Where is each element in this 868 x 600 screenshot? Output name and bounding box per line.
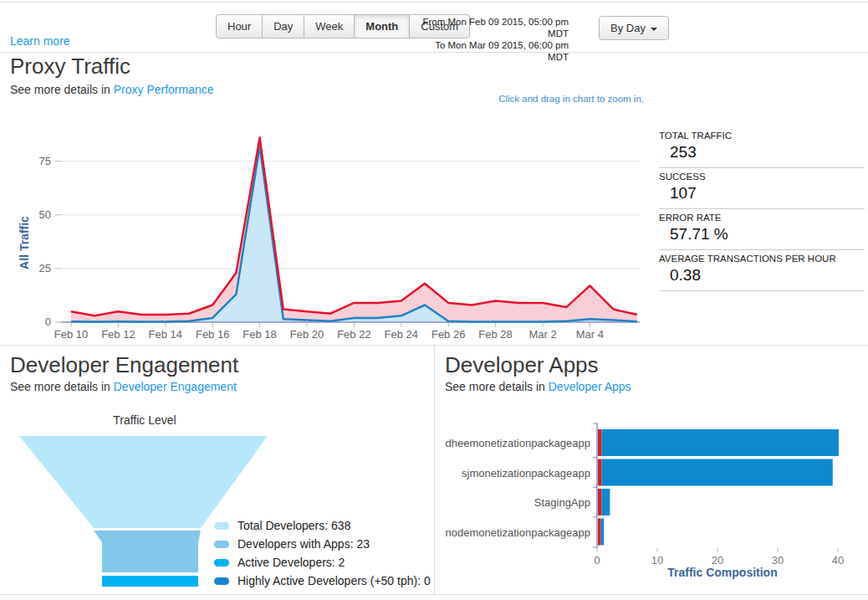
x-axis-title: Traffic Composition — [667, 566, 777, 579]
x-tick-label: Feb 16 — [196, 328, 229, 341]
x-tick-label: 10 — [651, 554, 663, 567]
learn-more-link[interactable]: Learn more — [10, 34, 70, 48]
subtitle-text: See more details in — [445, 380, 549, 393]
legend-label: Total Developers: 638 — [237, 519, 350, 532]
traffic-series-line — [71, 138, 637, 316]
proxy-performance-link[interactable]: Proxy Performance — [114, 83, 214, 96]
funnel-title: Traffic Level — [19, 413, 270, 427]
chart-zoom-hint: Click and drag in chart to zoom in. — [498, 94, 644, 104]
developer-apps-chart[interactable]: 010203040sudheemonetizationpackageappsjm… — [445, 423, 865, 582]
date-range-display: From Mon Feb 09 2015, 05:00 pm MDT To Mo… — [415, 16, 569, 63]
legend-swatch — [214, 522, 229, 530]
legend-swatch — [214, 577, 229, 585]
stat-label: AVERAGE TRANSACTIONS PER HOUR — [659, 254, 865, 264]
x-tick-label: 30 — [772, 554, 784, 567]
bar-category-label: StagingApp — [534, 496, 590, 509]
x-tick-label: Feb 14 — [149, 328, 182, 341]
y-tick-label: 50 — [39, 208, 51, 221]
stat-total-traffic: TOTAL TRAFFIC 253 — [659, 127, 865, 168]
success-series-line — [71, 146, 637, 322]
stat-label: SUCCESS — [659, 172, 865, 182]
legend-item-total-developers: Total Developers: 638 — [214, 516, 431, 535]
subtitle-text: See more details in — [10, 380, 114, 393]
stat-success: SUCCESS 107 — [659, 168, 865, 209]
y-axis-title: All Traffic — [18, 216, 31, 269]
x-tick-label: 40 — [832, 554, 844, 567]
bar-success-segment — [601, 459, 833, 486]
x-tick-label: Mar 2 — [528, 328, 556, 341]
bar-error-segment — [598, 489, 601, 515]
legend-item-developers-with-apps: Developers with Apps: 23 — [214, 535, 431, 553]
range-button-month[interactable]: Month — [354, 14, 410, 38]
legend-label: Active Developers: 2 — [237, 556, 345, 569]
bar-success-segment — [601, 429, 839, 456]
stat-label: TOTAL TRAFFIC — [659, 131, 865, 141]
bar-error-segment — [598, 459, 601, 486]
dashboard-page: Learn more Hour Day Week Month Custom Fr… — [0, 0, 868, 600]
date-from-text: From Mon Feb 09 2015, 05:00 pm MDT — [415, 16, 569, 39]
x-tick-label: Feb 24 — [385, 328, 418, 341]
x-tick-label: Feb 22 — [337, 328, 370, 341]
developer-engagement-subtitle: See more details in Developer Engagement — [10, 380, 237, 393]
developer-apps-title: Developer Apps — [445, 352, 599, 378]
x-tick-label: Feb 10 — [54, 328, 88, 341]
developer-apps-subtitle: See more details in Developer Apps — [445, 380, 631, 393]
toolbar-divider — [0, 52, 868, 53]
bar-category-label: sjmonetizationpackageapp — [462, 467, 590, 479]
funnel-segment-developers-with-apps — [94, 531, 201, 572]
x-tick-label: 20 — [712, 554, 723, 567]
range-button-day[interactable]: Day — [262, 14, 304, 38]
funnel-segment-total-developers — [19, 436, 268, 528]
x-tick-label: Feb 18 — [243, 328, 276, 341]
proxy-traffic-title: Proxy Traffic — [10, 54, 130, 79]
funnel-legend: Total Developers: 638 Developers with Ap… — [214, 516, 431, 590]
group-by-label: By Day — [610, 22, 646, 34]
legend-label: Highly Active Developers (+50 tph): 0 — [237, 574, 431, 587]
proxy-traffic-subtitle: See more details in Proxy Performance — [10, 83, 214, 96]
developer-engagement-title: Developer Engagement — [10, 352, 238, 378]
stat-label: ERROR RATE — [659, 213, 865, 223]
group-by-dropdown[interactable]: By Day — [599, 16, 669, 40]
stat-value: 57.71 % — [659, 225, 865, 244]
caret-down-icon — [651, 28, 657, 31]
legend-item-highly-active-developers: Highly Active Developers (+50 tph): 0 — [214, 572, 431, 590]
stat-value: 0.38 — [659, 266, 865, 285]
legend-label: Developers with Apps: 23 — [237, 537, 370, 551]
x-tick-label: 0 — [594, 554, 600, 567]
top-border — [0, 2, 868, 3]
range-button-hour[interactable]: Hour — [216, 14, 263, 38]
developer-engagement-link[interactable]: Developer Engagement — [114, 380, 237, 393]
legend-item-active-developers: Active Developers: 2 — [214, 553, 431, 572]
traffic-area-fill — [71, 138, 637, 323]
stat-value: 107 — [659, 184, 865, 203]
proxy-traffic-chart[interactable]: 0255075Feb 10Feb 12Feb 14Feb 16Feb 18Feb… — [17, 117, 652, 345]
stat-avg-tph: AVERAGE TRANSACTIONS PER HOUR 0.38 — [659, 250, 865, 291]
stat-value: 253 — [659, 143, 865, 162]
panel-divider — [434, 345, 435, 594]
success-area-fill — [71, 146, 637, 322]
subtitle-text: See more details in — [10, 83, 114, 96]
legend-swatch — [214, 541, 229, 548]
x-tick-label: Feb 28 — [478, 328, 512, 341]
funnel-segment-active-developers — [102, 576, 198, 587]
range-button-week[interactable]: Week — [304, 14, 355, 38]
bar-success-segment — [601, 489, 610, 515]
x-tick-label: Feb 20 — [290, 328, 324, 341]
x-tick-label: Mar 4 — [576, 328, 604, 341]
date-to-text: To Mon Mar 09 2015, 06:00 pm MDT — [415, 39, 569, 63]
developer-apps-link[interactable]: Developer Apps — [549, 380, 631, 393]
bar-error-segment — [598, 519, 601, 546]
stat-error-rate: ERROR RATE 57.71 % — [659, 209, 865, 250]
legend-swatch — [214, 559, 229, 567]
traffic-stats-panel: TOTAL TRAFFIC 253 SUCCESS 107 ERROR RATE… — [659, 127, 865, 291]
x-tick-label: Feb 12 — [101, 328, 135, 341]
x-tick-label: Feb 26 — [431, 328, 465, 341]
y-tick-label: 75 — [39, 155, 51, 167]
y-tick-label: 25 — [39, 262, 51, 274]
bottom-divider — [0, 594, 868, 595]
bar-category-label: nodemonetizationpackageapp — [446, 526, 590, 539]
bar-success-segment — [601, 519, 605, 546]
y-tick-label: 0 — [45, 315, 51, 328]
bar-category-label: sudheemonetizationpackageapp — [445, 437, 590, 449]
bar-error-segment — [598, 429, 601, 456]
